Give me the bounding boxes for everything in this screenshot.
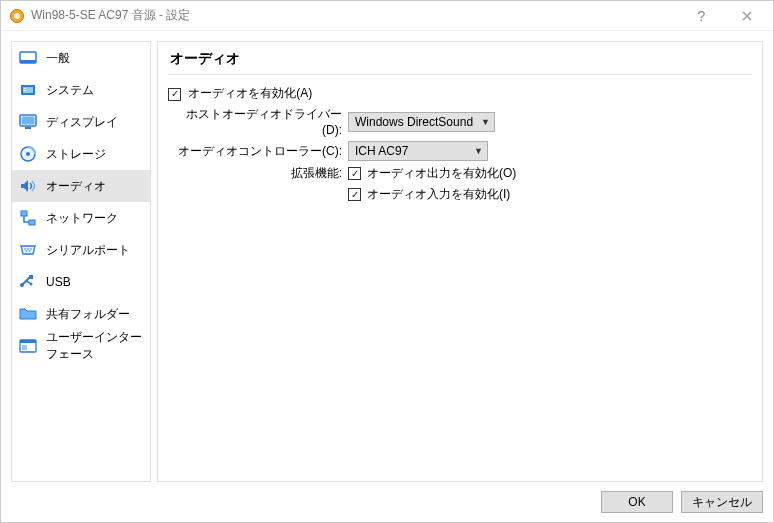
- ok-button-label: OK: [628, 495, 645, 509]
- sidebar-item-shared-folders[interactable]: 共有フォルダー: [12, 298, 150, 330]
- cancel-button-label: キャンセル: [692, 494, 752, 511]
- controller-label: オーディオコントローラー(C):: [168, 143, 348, 160]
- audio-out-label[interactable]: オーディオ出力を有効化(O): [367, 165, 516, 182]
- svg-point-20: [20, 283, 24, 287]
- cancel-button[interactable]: キャンセル: [681, 491, 763, 513]
- host-driver-combo[interactable]: Windows DirectSound ▼: [348, 112, 495, 132]
- system-icon: [18, 80, 38, 100]
- display-icon: [18, 112, 38, 132]
- row-ext-in: オーディオ入力を有効化(I): [168, 186, 752, 203]
- svg-rect-9: [22, 117, 35, 125]
- titlebar-buttons: ?: [679, 2, 769, 30]
- audio-out-checkbox[interactable]: [348, 167, 361, 180]
- sidebar-item-label: シリアルポート: [46, 242, 130, 259]
- svg-point-18: [26, 250, 28, 252]
- sidebar-item-display[interactable]: ディスプレイ: [12, 106, 150, 138]
- ok-button[interactable]: OK: [601, 491, 673, 513]
- svg-rect-10: [25, 127, 31, 129]
- row-controller: オーディオコントローラー(C): ICH AC97 ▼: [168, 141, 752, 161]
- controller-combo[interactable]: ICH AC97 ▼: [348, 141, 488, 161]
- svg-point-19: [29, 250, 31, 252]
- row-host-driver: ホストオーディオドライバー(D): Windows DirectSound ▼: [168, 106, 752, 137]
- audio-in-checkbox[interactable]: [348, 188, 361, 201]
- main-panel: オーディオ オーディオを有効化(A) ホストオーディオドライバー(D): Win…: [157, 41, 763, 482]
- general-icon: [18, 48, 38, 68]
- svg-rect-24: [20, 340, 36, 343]
- svg-point-1: [14, 13, 20, 19]
- svg-rect-6: [24, 88, 26, 89]
- sidebar-item-usb[interactable]: USB: [12, 266, 150, 298]
- ext-label: 拡張機能:: [168, 165, 348, 182]
- sidebar-item-label: 一般: [46, 50, 70, 67]
- folder-icon: [18, 304, 38, 324]
- sidebar-item-label: オーディオ: [46, 178, 106, 195]
- sidebar-item-ui[interactable]: ユーザーインターフェース: [12, 330, 150, 362]
- audio-icon: [18, 176, 38, 196]
- chevron-down-icon: ▼: [474, 146, 483, 156]
- storage-icon: [18, 144, 38, 164]
- panel-heading: オーディオ: [168, 48, 752, 75]
- svg-rect-3: [20, 60, 36, 63]
- close-button[interactable]: [724, 2, 769, 30]
- sidebar-item-label: ディスプレイ: [46, 114, 118, 131]
- body: 一般 システム ディスプレイ ストレージ: [1, 31, 773, 488]
- ui-icon: [18, 336, 38, 356]
- serial-icon: [18, 240, 38, 260]
- sidebar-item-network[interactable]: ネットワーク: [12, 202, 150, 234]
- svg-point-22: [30, 283, 33, 286]
- sidebar-item-serial[interactable]: シリアルポート: [12, 234, 150, 266]
- host-driver-label: ホストオーディオドライバー(D):: [168, 106, 348, 137]
- svg-rect-14: [29, 220, 35, 225]
- svg-rect-25: [22, 345, 27, 350]
- sidebar-item-label: USB: [46, 275, 71, 289]
- row-enable-audio: オーディオを有効化(A): [168, 85, 752, 102]
- svg-point-16: [27, 248, 29, 250]
- svg-point-15: [24, 248, 26, 250]
- enable-audio-checkbox[interactable]: [168, 88, 181, 101]
- svg-point-12: [26, 152, 30, 156]
- footer: OK キャンセル: [1, 488, 773, 522]
- window-title: Win98-5-SE AC97 音源 - 設定: [31, 7, 679, 24]
- sidebar: 一般 システム ディスプレイ ストレージ: [11, 41, 151, 482]
- svg-rect-13: [21, 211, 27, 216]
- host-driver-value: Windows DirectSound: [355, 115, 473, 129]
- audio-in-label[interactable]: オーディオ入力を有効化(I): [367, 186, 510, 203]
- sidebar-item-label: ユーザーインターフェース: [46, 329, 144, 363]
- controller-value: ICH AC97: [355, 144, 408, 158]
- svg-rect-7: [24, 90, 26, 91]
- sidebar-item-system[interactable]: システム: [12, 74, 150, 106]
- sidebar-item-label: ネットワーク: [46, 210, 118, 227]
- enable-audio-label[interactable]: オーディオを有効化(A): [188, 86, 312, 100]
- titlebar: Win98-5-SE AC97 音源 - 設定 ?: [1, 1, 773, 31]
- chevron-down-icon: ▼: [481, 117, 490, 127]
- usb-icon: [18, 272, 38, 292]
- row-ext-out: 拡張機能: オーディオ出力を有効化(O): [168, 165, 752, 182]
- svg-rect-21: [29, 275, 33, 279]
- svg-point-17: [30, 248, 32, 250]
- help-button[interactable]: ?: [679, 2, 724, 30]
- settings-window: Win98-5-SE AC97 音源 - 設定 ? 一般 システム: [0, 0, 774, 523]
- sidebar-item-label: ストレージ: [46, 146, 106, 163]
- sidebar-item-label: システム: [46, 82, 94, 99]
- app-icon: [9, 8, 25, 24]
- sidebar-item-audio[interactable]: オーディオ: [12, 170, 150, 202]
- sidebar-item-general[interactable]: 一般: [12, 42, 150, 74]
- sidebar-item-label: 共有フォルダー: [46, 306, 130, 323]
- network-icon: [18, 208, 38, 228]
- sidebar-item-storage[interactable]: ストレージ: [12, 138, 150, 170]
